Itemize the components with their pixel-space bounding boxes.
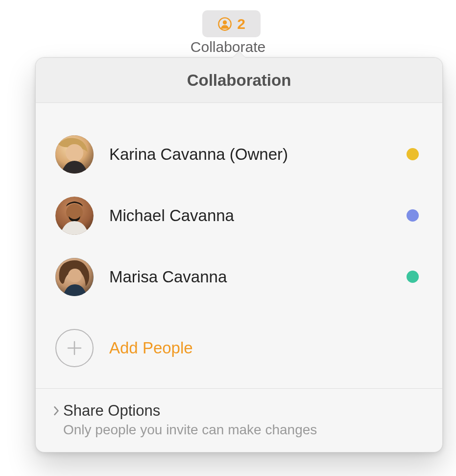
participant-row[interactable]: Michael Cavanna xyxy=(55,185,423,246)
share-options-row[interactable]: Share Options Only people you invite can… xyxy=(36,388,442,452)
collaboration-popover: Collaboration Karina Cavanna (Owne xyxy=(35,57,443,452)
avatar xyxy=(55,258,94,296)
share-options-text: Share Options Only people you invite can… xyxy=(63,401,423,439)
svg-point-1 xyxy=(223,20,227,24)
collaborator-count-badge: 2 xyxy=(237,16,245,32)
presence-dot-icon xyxy=(407,209,419,222)
presence-dot-icon xyxy=(407,271,419,283)
popover-title: Collaboration xyxy=(36,58,442,103)
add-people-button[interactable]: Add People xyxy=(55,317,423,378)
collaborate-toolbar-button[interactable]: 2 xyxy=(202,10,261,37)
chevron-right-icon xyxy=(49,401,63,416)
collaborate-toolbar-label: Collaborate xyxy=(0,39,456,55)
plus-icon xyxy=(55,329,94,367)
share-options-subtitle: Only people you invite can make changes xyxy=(63,421,423,439)
add-people-label: Add People xyxy=(109,339,193,357)
svg-point-10 xyxy=(68,269,82,282)
svg-point-7 xyxy=(66,204,83,221)
participant-row[interactable]: Karina Cavanna (Owner) xyxy=(55,124,423,185)
avatar xyxy=(55,197,94,235)
person-circle-icon xyxy=(217,17,232,31)
participants-list: Karina Cavanna (Owner) xyxy=(36,103,442,378)
svg-point-4 xyxy=(66,144,83,162)
participant-name: Marisa Cavanna xyxy=(109,268,407,286)
participant-name: Karina Cavanna (Owner) xyxy=(109,145,407,164)
share-options-title: Share Options xyxy=(63,401,423,421)
avatar xyxy=(55,135,94,174)
participant-row[interactable]: Marisa Cavanna xyxy=(55,246,423,307)
presence-dot-icon xyxy=(407,148,419,160)
participant-name: Michael Cavanna xyxy=(109,206,407,225)
